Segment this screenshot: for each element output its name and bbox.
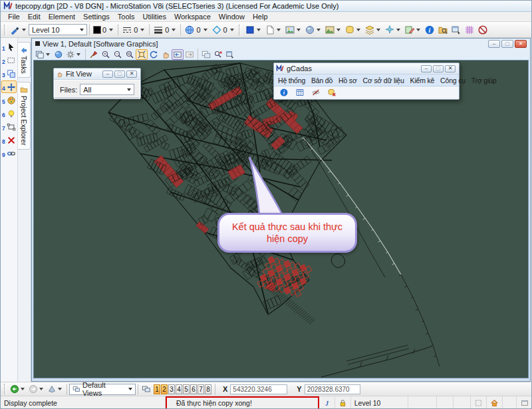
view-toggle-8[interactable]: 8 bbox=[205, 384, 211, 394]
zoom-out-button[interactable] bbox=[112, 49, 124, 60]
rotate-view-button[interactable] bbox=[148, 49, 160, 60]
database-button[interactable] bbox=[343, 24, 363, 36]
gcadas-menu-kiem-ke[interactable]: Kiểm kê bbox=[410, 76, 435, 84]
copy-view-button[interactable] bbox=[200, 49, 212, 60]
tool-delete[interactable]: 8 bbox=[1, 134, 17, 146]
gcadas-info-button[interactable]: i bbox=[278, 87, 290, 98]
toolbar-grip[interactable] bbox=[4, 25, 7, 35]
active-line-weight-button[interactable]: 0 bbox=[152, 24, 178, 36]
active-line-style-button[interactable]: 0 bbox=[120, 24, 147, 36]
toolbar-grip[interactable] bbox=[4, 384, 7, 394]
gcadas-title-bar[interactable]: gCadas – ▢ ✕ bbox=[274, 63, 459, 74]
tool-groups[interactable]: 6 bbox=[1, 107, 17, 120]
active-class-button[interactable]: 0 bbox=[183, 24, 209, 36]
menu-tools[interactable]: Tools bbox=[114, 13, 138, 21]
back-button[interactable] bbox=[9, 384, 27, 394]
gcadas-maximize-button[interactable]: ▢ bbox=[433, 65, 444, 72]
view-perspective-button[interactable] bbox=[46, 384, 65, 394]
gcadas-table-button[interactable] bbox=[294, 87, 306, 98]
gcadas-menu-ban-do[interactable]: Bản đồ bbox=[311, 76, 332, 84]
fit-view-minimize-button[interactable]: – bbox=[102, 70, 113, 78]
title-bar[interactable]: tepcopy.dgn [2D - V8 DGN] - MicroStation… bbox=[1, 1, 531, 12]
new-file-button[interactable] bbox=[263, 24, 283, 36]
view-toggle-6[interactable]: 6 bbox=[190, 384, 197, 394]
active-level-cell[interactable]: Level 10 bbox=[351, 396, 408, 409]
gcadas-menu-ho-so[interactable]: Hồ sơ bbox=[338, 76, 356, 84]
view-adjust-button[interactable] bbox=[65, 49, 83, 60]
tool-fence[interactable]: 2 bbox=[1, 54, 17, 67]
tab-tasks[interactable]: Tasks bbox=[18, 42, 31, 78]
view-menu-icon[interactable] bbox=[35, 41, 40, 46]
raster-manager-button[interactable] bbox=[283, 24, 303, 36]
pan-view-button[interactable] bbox=[160, 49, 172, 60]
menu-edit[interactable]: Edit bbox=[25, 13, 44, 21]
toggle-off-button[interactable] bbox=[476, 24, 489, 36]
view-maximize-button[interactable]: ▢ bbox=[501, 40, 513, 48]
selection-cell[interactable] bbox=[471, 396, 487, 409]
snap-mode-cell[interactable]: J bbox=[319, 396, 335, 409]
y-coordinate-input[interactable] bbox=[305, 384, 360, 394]
visualization-button[interactable] bbox=[383, 24, 403, 36]
fit-view-dialog-title-bar[interactable]: Fit View – ▢ ✕ bbox=[54, 68, 140, 80]
gcadas-minimize-button[interactable]: – bbox=[421, 65, 432, 72]
clip-volume-button[interactable] bbox=[212, 49, 224, 60]
view-display-mode-button[interactable] bbox=[34, 49, 53, 60]
tool-element-selection[interactable]: 1 bbox=[1, 41, 17, 53]
element-info-button[interactable]: i bbox=[423, 24, 436, 36]
active-element-template-button[interactable] bbox=[9, 24, 29, 36]
view-toggle-1[interactable]: 1 bbox=[154, 384, 160, 394]
active-transparency-button[interactable]: 0 bbox=[210, 24, 237, 36]
dialog-cell[interactable] bbox=[517, 396, 532, 409]
view-toggle-5[interactable]: 5 bbox=[183, 384, 190, 394]
menu-window[interactable]: Window bbox=[215, 13, 248, 21]
view-group-combo[interactable]: Default Views bbox=[69, 384, 136, 395]
active-level-combo[interactable]: Level 10 bbox=[29, 24, 87, 35]
models-button[interactable] bbox=[363, 24, 383, 36]
fit-view-close-button[interactable]: ✕ bbox=[126, 70, 137, 78]
gcadas-db-remove-button[interactable] bbox=[326, 87, 338, 98]
tool-change-attributes[interactable]: 5 bbox=[1, 94, 17, 106]
fit-view-button[interactable] bbox=[136, 49, 148, 60]
terrain-button[interactable] bbox=[323, 24, 343, 36]
view-toggles-button[interactable] bbox=[140, 384, 152, 394]
view-toggle-4[interactable]: 4 bbox=[176, 384, 182, 394]
tool-modify[interactable]: 7 bbox=[1, 120, 17, 133]
active-color-button[interactable]: 0 bbox=[92, 25, 116, 35]
view-title-bar[interactable]: View 1, Default [Software Graphics] – ▢ … bbox=[32, 39, 530, 49]
menu-utilities[interactable]: Utilities bbox=[140, 13, 170, 21]
tab-project-explorer[interactable]: Project Explorer bbox=[18, 82, 31, 150]
view-toggle-2[interactable]: 2 bbox=[161, 384, 168, 394]
render-tools-button[interactable] bbox=[303, 24, 323, 36]
gcadas-menu-co-so-du-lieu[interactable]: Cơ sở dữ liệu bbox=[363, 76, 404, 84]
menu-file[interactable]: File bbox=[5, 13, 23, 21]
menu-settings[interactable]: Settings bbox=[80, 13, 113, 21]
explorer-button[interactable] bbox=[436, 24, 450, 36]
view-close-button[interactable]: ✕ bbox=[515, 40, 527, 48]
gcadas-menu-he-thong[interactable]: Hệ thống bbox=[278, 76, 305, 84]
view-minimize-button[interactable]: – bbox=[488, 40, 500, 48]
clip-mask-button[interactable] bbox=[224, 49, 236, 60]
menu-help[interactable]: Help bbox=[249, 13, 271, 21]
gcadas-hide-button[interactable] bbox=[310, 87, 322, 98]
gcadas-close-button[interactable]: ✕ bbox=[445, 65, 456, 72]
gcadas-menu-tro-giup[interactable]: Trợ giúp bbox=[471, 76, 497, 84]
tool-measure[interactable]: 9 bbox=[1, 147, 17, 160]
menu-element[interactable]: Element bbox=[45, 13, 78, 21]
view-render-button[interactable] bbox=[53, 49, 65, 60]
toolbar-grip[interactable] bbox=[239, 25, 241, 35]
annotate-button[interactable] bbox=[403, 24, 423, 36]
primary-tools-button[interactable] bbox=[243, 24, 263, 36]
menu-workspace[interactable]: Workspace bbox=[171, 13, 214, 21]
locks-cell[interactable] bbox=[335, 396, 351, 409]
view-toggle-7[interactable]: 7 bbox=[198, 384, 204, 394]
view-next-button[interactable] bbox=[184, 49, 196, 60]
forward-button[interactable] bbox=[27, 384, 46, 394]
view-toggle-3[interactable]: 3 bbox=[168, 384, 175, 394]
workmode-cell[interactable] bbox=[487, 396, 503, 409]
gcadas-menu-cong-cu[interactable]: Công cụ bbox=[440, 76, 466, 84]
x-coordinate-input[interactable] bbox=[230, 384, 287, 394]
accudraw-button[interactable] bbox=[463, 24, 476, 36]
update-view-button[interactable] bbox=[88, 49, 100, 60]
zoom-in-button[interactable] bbox=[100, 49, 112, 60]
tool-move[interactable]: 4 bbox=[1, 80, 17, 93]
